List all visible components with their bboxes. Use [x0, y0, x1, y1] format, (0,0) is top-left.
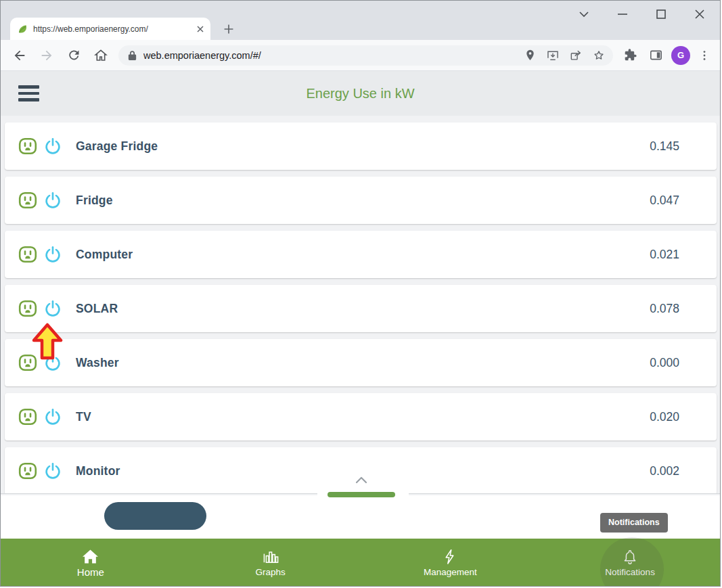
install-icon[interactable] — [541, 46, 564, 65]
side-panel-icon[interactable] — [643, 42, 669, 69]
power-toggle-icon[interactable] — [43, 245, 62, 264]
extensions-puzzle-icon[interactable] — [617, 42, 643, 69]
hamburger-icon[interactable] — [14, 83, 36, 104]
bookmark-star-icon[interactable] — [587, 46, 610, 65]
home-nav-icon — [82, 549, 99, 564]
nav-label: Graphs — [255, 567, 285, 577]
device-row[interactable]: Washer 0.000 — [5, 339, 717, 386]
time-range-tab[interactable] — [310, 495, 413, 539]
lock-icon — [128, 50, 137, 61]
device-row[interactable]: SOLAR 0.078 — [5, 285, 717, 332]
device-value: 0.021 — [650, 248, 679, 262]
drag-handle[interactable] — [328, 492, 395, 497]
nav-item-graphs[interactable]: Graphs — [181, 539, 361, 587]
outlet-icon — [18, 461, 37, 480]
home-icon[interactable] — [87, 42, 114, 69]
window-chevron-icon[interactable] — [564, 3, 603, 25]
device-list: Garage Fridge 0.145 Fridge 0.047 — [1, 116, 720, 494]
device-value: 0.145 — [650, 139, 679, 154]
app-header: Energy Use in kW — [1, 71, 720, 116]
outlet-icon — [18, 407, 37, 426]
power-toggle-icon[interactable] — [43, 137, 62, 156]
power-toggle-icon[interactable] — [43, 299, 62, 318]
bottom-nav: Home Graphs Management Notifications — [1, 539, 720, 587]
url-bar[interactable]: web.emporiaenergy.com/#/ — [118, 45, 613, 66]
window-close-icon[interactable] — [680, 3, 719, 25]
power-toggle-icon[interactable] — [43, 353, 62, 372]
power-toggle-icon[interactable] — [43, 191, 62, 210]
time-range-tab[interactable] — [412, 495, 515, 539]
device-name: Garage Fridge — [76, 139, 158, 154]
tab-close-icon[interactable] — [194, 23, 206, 35]
device-value: 0.020 — [650, 410, 679, 424]
avatar: G — [671, 46, 690, 65]
forward-icon[interactable] — [33, 42, 60, 69]
time-range-tab[interactable] — [1, 495, 104, 539]
nav-label: Home — [77, 566, 104, 578]
device-name: Monitor — [76, 464, 120, 478]
tab-strip: https://web.emporiaenergy.com/ — [1, 1, 720, 40]
device-row[interactable]: Fridge 0.047 — [5, 177, 717, 224]
outlet-icon — [18, 299, 37, 318]
power-toggle-icon[interactable] — [43, 407, 62, 426]
window-maximize-icon[interactable] — [641, 3, 680, 25]
nav-label: Notifications — [605, 567, 655, 577]
leaf-favicon — [17, 24, 28, 35]
device-name: TV — [76, 410, 91, 424]
outlet-icon — [18, 245, 37, 264]
emporia-app: Energy Use in kW Garage Fridge 0.145 — [1, 71, 720, 586]
time-range-tab[interactable] — [207, 495, 310, 539]
device-row[interactable]: Garage Fridge 0.145 — [5, 122, 717, 170]
tab-title: https://web.emporiaenergy.com/ — [33, 24, 194, 34]
chevron-up-icon[interactable] — [355, 476, 368, 487]
nav-item-management[interactable]: Management — [361, 539, 541, 587]
outlet-icon — [18, 137, 37, 156]
nav-item-notifications[interactable]: Notifications — [540, 539, 720, 587]
browser-toolbar: web.emporiaenergy.com/#/ G — [1, 40, 720, 71]
device-value: 0.002 — [650, 464, 679, 478]
window-controls — [564, 3, 719, 25]
nav-item-home[interactable]: Home — [1, 539, 181, 587]
page-title: Energy Use in kW — [306, 86, 414, 101]
power-toggle-icon[interactable] — [43, 461, 62, 480]
device-value: 0.000 — [650, 356, 679, 370]
location-pin-icon[interactable] — [518, 46, 541, 65]
graphs-bar-icon — [262, 549, 279, 565]
device-value: 0.047 — [650, 194, 679, 208]
url-text: web.emporiaenergy.com/#/ — [143, 50, 518, 61]
browser-tab[interactable]: https://web.emporiaenergy.com/ — [10, 18, 210, 40]
window-minimize-icon[interactable] — [603, 3, 641, 25]
management-bolt-icon — [442, 549, 458, 565]
device-name: SOLAR — [76, 302, 118, 316]
device-name: Washer — [76, 356, 119, 370]
time-range-tab[interactable] — [104, 502, 207, 530]
browser-window: https://web.emporiaenergy.com/ web.empor… — [0, 0, 721, 587]
device-row[interactable]: Computer 0.021 — [5, 231, 717, 278]
new-tab-icon[interactable] — [220, 20, 238, 38]
notifications-bell-icon — [622, 549, 638, 565]
notifications-tooltip: Notifications — [600, 513, 668, 533]
device-row[interactable]: TV 0.020 — [5, 393, 717, 440]
share-icon[interactable] — [564, 46, 587, 65]
nav-label: Management — [424, 567, 477, 577]
device-name: Fridge — [76, 194, 113, 208]
device-name: Computer — [76, 248, 133, 262]
kebab-menu-icon[interactable] — [693, 42, 716, 69]
outlet-icon — [18, 353, 37, 372]
outlet-icon — [18, 191, 37, 210]
back-icon[interactable] — [6, 42, 33, 69]
reload-icon[interactable] — [60, 42, 87, 69]
profile-avatar[interactable]: G — [669, 46, 693, 65]
device-value: 0.078 — [650, 302, 679, 316]
